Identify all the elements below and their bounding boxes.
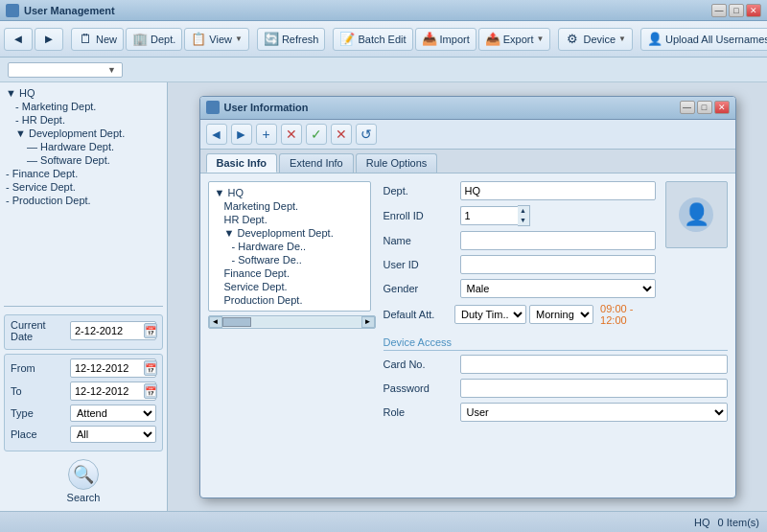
modal-tree-production[interactable]: Production Dept. (213, 293, 366, 307)
maximize-button[interactable]: □ (729, 4, 744, 17)
modal-tabs: Basic Info Extend Info Rule Options (200, 150, 735, 173)
to-date-input[interactable] (75, 385, 144, 397)
att-selects-wrap: Duty Tim... Morning 09:00 - 12:00 (454, 303, 655, 326)
back-icon: ◄ (11, 32, 26, 47)
export-button[interactable]: 📤 Export ▼ (478, 28, 551, 51)
tab-basic-info[interactable]: Basic Info (206, 153, 278, 173)
search-button[interactable]: 🔍 Search (67, 459, 101, 503)
to-calendar-button[interactable]: 📅 (144, 383, 157, 399)
modal-toolbar: ◄ ► + ✕ ✓ ✕ ↺ (200, 120, 735, 150)
device-button[interactable]: ⚙ Device ▼ (558, 28, 633, 51)
view-button[interactable]: 📋 View ▼ (184, 28, 249, 51)
search-dropdown-icon[interactable]: ▼ (107, 65, 116, 75)
forward-button[interactable]: ► (35, 28, 63, 51)
nav-back-button[interactable]: ◄ (206, 124, 227, 145)
modal-minimize-button[interactable]: — (680, 101, 695, 114)
password-row: Password (384, 379, 728, 398)
att-type-select[interactable]: Duty Tim... (454, 305, 526, 324)
batch-edit-button[interactable]: 📝 Batch Edit (333, 28, 412, 51)
reset-record-button[interactable]: ↺ (356, 124, 377, 145)
tree-item-marketing[interactable]: - Marketing Dept. (4, 100, 163, 113)
new-icon: 🗒 (78, 32, 93, 47)
tab-extend-info[interactable]: Extend Info (279, 153, 354, 173)
batch-edit-label: Batch Edit (358, 34, 406, 45)
modal-tree-scrollbar[interactable]: ◄ ► (208, 315, 376, 329)
view-icon: 📋 (191, 32, 206, 47)
password-input[interactable] (460, 379, 728, 398)
from-calendar-button[interactable]: 📅 (144, 360, 157, 376)
device-icon: ⚙ (565, 32, 580, 47)
default-att-label: Default Att. (384, 309, 455, 320)
import-button[interactable]: 📥 Import (415, 28, 476, 51)
modal-tree-dev[interactable]: ▼ Deveplopment Dept. (213, 226, 366, 240)
new-button[interactable]: 🗒 New (71, 28, 124, 51)
dept-input[interactable] (460, 181, 656, 200)
att-shift-select[interactable]: Morning (529, 305, 593, 324)
save-record-button[interactable]: ✓ (306, 124, 327, 145)
enroll-down-button[interactable]: ▼ (518, 216, 529, 225)
toolbar: ◄ ► 🗒 New 🏢 Dept. 📋 View ▼ 🔄 Refresh 📝 B… (0, 21, 767, 58)
cancel-record-button[interactable]: ✕ (331, 124, 352, 145)
tree-item-hr[interactable]: - HR Dept. (4, 113, 163, 127)
role-select[interactable]: User Administrator Enroller (460, 403, 728, 422)
from-date-input[interactable] (75, 362, 144, 374)
tree-item-dev[interactable]: ▼ Deveplopment Dept. (4, 127, 163, 140)
refresh-button[interactable]: 🔄 Refresh (257, 28, 326, 51)
export-label: Export (503, 34, 534, 45)
user-avatar: 👤 (665, 181, 728, 248)
dept-button[interactable]: 🏢 Dept. (126, 28, 182, 51)
delete-record-button[interactable]: ✕ (281, 124, 302, 145)
scroll-thumb[interactable] (222, 317, 251, 327)
card-input[interactable] (460, 355, 728, 374)
export-icon: 📤 (485, 32, 500, 47)
close-button[interactable]: ✕ (746, 4, 761, 17)
nav-forward-button[interactable]: ► (231, 124, 252, 145)
add-record-button[interactable]: + (256, 124, 277, 145)
device-label: Device (583, 34, 616, 45)
upload-icon: 👤 (647, 32, 662, 47)
window-controls: — □ ✕ (711, 4, 761, 17)
device-dropdown-arrow: ▼ (618, 35, 626, 43)
type-select[interactable]: Attend Leave Overtime (70, 405, 156, 422)
modal-tree-marketing[interactable]: Marketing Dept. (213, 199, 366, 213)
modal-close-button[interactable]: ✕ (714, 101, 730, 114)
tree-item-finance[interactable]: - Finance Dept. (4, 167, 163, 180)
modal-tree-finance[interactable]: Finance Dept. (213, 266, 366, 280)
modal-window-controls: — □ ✕ (680, 101, 730, 114)
modal-tree-hardware[interactable]: - Hardware De.. (213, 240, 366, 253)
modal-maximize-button[interactable]: □ (697, 101, 712, 114)
tab-rule-options[interactable]: Rule Options (356, 153, 438, 173)
place-select[interactable]: All HQ Remote (70, 426, 156, 443)
upload-button[interactable]: 👤 Upload All Usernames (640, 28, 767, 51)
modal-tree-hq[interactable]: ▼ HQ (213, 186, 366, 199)
scroll-right-button[interactable]: ► (361, 316, 375, 328)
device-access-section: Device Access Card No. Password Role (384, 336, 728, 422)
name-row: Name (384, 231, 656, 250)
dept-row: Dept. (384, 181, 656, 200)
tree-item-service[interactable]: - Service Dept. (4, 180, 163, 194)
back-button[interactable]: ◄ (4, 28, 33, 51)
modal-tree-service[interactable]: Service Dept. (213, 280, 366, 293)
card-row: Card No. (384, 355, 728, 374)
current-date-input[interactable] (75, 325, 144, 336)
gender-select[interactable]: Male Female (460, 279, 656, 298)
tree-item-hq[interactable]: ▼ HQ (4, 86, 163, 100)
modal-tree-pane: ▼ HQ Marketing Dept. HR Dept. ▼ Deveplop… (208, 181, 376, 427)
enroll-input[interactable] (460, 206, 518, 225)
current-date-calendar-button[interactable]: 📅 (144, 323, 157, 338)
refresh-icon: 🔄 (264, 32, 279, 47)
tree-item-production[interactable]: - Production Dept. (4, 194, 163, 207)
from-date-wrap: 📅 (70, 359, 156, 378)
name-input[interactable] (460, 231, 656, 250)
tree-item-hardware[interactable]: — Hardware Dept. (4, 140, 163, 153)
modal-tree-software[interactable]: - Software De.. (213, 253, 366, 266)
modal-tree-hr[interactable]: HR Dept. (213, 213, 366, 226)
minimize-button[interactable]: — (711, 4, 727, 17)
tree-item-software[interactable]: — Software Dept. (4, 153, 163, 167)
search-input[interactable] (12, 64, 107, 76)
scroll-left-button[interactable]: ◄ (209, 316, 222, 328)
batch-edit-icon: 📝 (339, 32, 355, 47)
enroll-up-button[interactable]: ▲ (518, 206, 529, 216)
userid-input[interactable] (460, 255, 656, 274)
userid-row: User ID (384, 255, 656, 274)
